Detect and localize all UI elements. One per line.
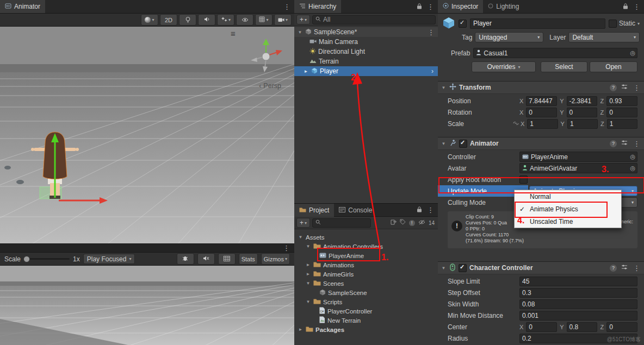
controller-object-field[interactable]: PlayerAnime ◎	[519, 152, 637, 162]
step-offset-field[interactable]: 0.3	[519, 288, 637, 298]
draw-mode-button[interactable]: ▾	[141, 14, 158, 26]
project-row-packages[interactable]: ► Packages	[294, 325, 438, 334]
select-button[interactable]: Select	[541, 61, 587, 72]
scale-slider-knob[interactable]	[23, 256, 30, 262]
hierarchy-search-input[interactable]: All	[312, 15, 436, 24]
hierarchy-scene-row[interactable]: ▼ SampleScene* ⋮	[294, 27, 438, 37]
character-controller-header[interactable]: ▼ Character Controller ? ⋮	[438, 261, 644, 274]
vsync-grid-button[interactable]	[218, 253, 236, 265]
foldout-icon[interactable]: ▼	[305, 281, 311, 286]
open-button[interactable]: Open	[590, 61, 637, 72]
project-row-animation-controllers[interactable]: ▼ Animation Controllers	[294, 242, 438, 251]
help-icon[interactable]: ?	[610, 265, 617, 272]
scene-camera-button[interactable]: ▾	[274, 14, 292, 26]
info-circle-icon[interactable]: !	[409, 220, 415, 226]
lock-icon[interactable]	[417, 3, 422, 11]
foldout-icon[interactable]: ▼	[305, 244, 311, 249]
rotation-z-field[interactable]: 0	[606, 108, 637, 117]
menu-item-unscaled-time[interactable]: Unscaled Time	[515, 215, 621, 228]
skin-width-field[interactable]: 0.08	[519, 299, 637, 309]
link-scale-icon[interactable]	[512, 121, 519, 127]
presets-icon[interactable]	[621, 264, 628, 272]
apply-root-motion-checkbox[interactable]	[519, 175, 528, 184]
foldout-icon[interactable]: ►	[298, 327, 304, 332]
animator-kebab-icon[interactable]: ⋮	[282, 3, 292, 10]
hidden-eye-icon[interactable]	[418, 219, 425, 227]
center-y-field[interactable]: 0.8	[567, 322, 598, 332]
hierarchy-item-directional-light[interactable]: Directional Light	[294, 47, 438, 57]
foldout-icon[interactable]: ▼	[441, 141, 447, 146]
help-icon[interactable]: ?	[610, 84, 617, 91]
overrides-button[interactable]: Overrides ▾	[472, 61, 536, 72]
slope-limit-field[interactable]: 45	[519, 277, 637, 286]
tab-hierarchy[interactable]: Hierarchy	[294, 0, 341, 13]
project-row-playeranime[interactable]: PlayerAnime	[294, 251, 438, 260]
scale-y-field[interactable]: 1	[567, 119, 598, 129]
gizmos-dropdown[interactable]: Gizmos▾	[261, 253, 290, 265]
player-character[interactable]	[22, 124, 114, 241]
foldout-icon[interactable]: ▼	[441, 85, 447, 90]
menu-item-animate-physics[interactable]: ✓ Animate Physics	[515, 203, 621, 215]
prefab-chevron-icon[interactable]: ›	[431, 67, 434, 75]
project-row-new-terrain[interactable]: New Terrain	[294, 316, 438, 325]
debug-bug-button[interactable]	[177, 253, 194, 265]
active-checkbox[interactable]	[459, 20, 467, 28]
character-controller-enabled-checkbox[interactable]	[459, 264, 467, 272]
project-row-playercontroller[interactable]: C# PlayerController	[294, 306, 438, 316]
center-x-field[interactable]: 0	[526, 322, 557, 332]
foldout-icon[interactable]: ►	[305, 272, 311, 277]
foldout-icon[interactable]: ▼	[441, 266, 447, 271]
position-x-field[interactable]: 7.84447	[526, 96, 557, 106]
tab-animator[interactable]: Animator	[0, 0, 45, 13]
scene-visibility-button[interactable]	[236, 14, 253, 26]
object-picker-icon[interactable]: ◎	[630, 49, 635, 57]
scene-viewport[interactable]: ≡	[0, 27, 294, 244]
position-y-field[interactable]: -2.3841	[567, 96, 598, 106]
scene-audio-button[interactable]	[198, 14, 215, 26]
hierarchy-item-main-camera[interactable]: Main Camera	[294, 37, 438, 47]
min-move-distance-field[interactable]: 0.001	[519, 311, 637, 321]
object-picker-icon[interactable]: ◎	[630, 153, 635, 160]
hierarchy-kebab-icon[interactable]: ⋮	[426, 3, 435, 10]
scene-grid-button[interactable]: ▾	[255, 14, 273, 26]
2d-toggle-button[interactable]: 2D	[160, 14, 177, 26]
static-dropdown-icon[interactable]: ▾	[637, 21, 640, 26]
project-row-animations[interactable]: ► Animations	[294, 260, 438, 269]
foldout-icon[interactable]: ▼	[298, 235, 304, 240]
hierarchy-item-player[interactable]: ► Player ›	[294, 66, 438, 76]
project-search-input[interactable]	[312, 218, 371, 228]
position-z-field[interactable]: 0.93	[606, 96, 637, 106]
component-kebab-icon[interactable]: ⋮	[632, 265, 641, 272]
game-viewport[interactable]	[0, 266, 294, 345]
prefab-object-field[interactable]: Casual1 ◎	[473, 48, 637, 58]
tab-console[interactable]: Console	[334, 204, 377, 217]
presets-icon[interactable]	[621, 140, 628, 147]
project-row-assets[interactable]: ▼ Assets	[294, 233, 438, 242]
play-focused-dropdown[interactable]: Play Focused ▾	[83, 254, 135, 264]
center-z-field[interactable]: 0	[606, 322, 637, 332]
avatar-object-field[interactable]: AnimeGirlAvatar ◎	[519, 163, 637, 173]
scale-slider[interactable]	[24, 258, 70, 260]
static-checkbox[interactable]	[609, 20, 617, 28]
lock-icon[interactable]	[417, 206, 422, 214]
component-kebab-icon[interactable]: ⋮	[632, 140, 641, 147]
scale-x-field[interactable]: 1	[527, 119, 558, 129]
project-kebab-icon[interactable]: ⋮	[426, 206, 435, 214]
foldout-icon[interactable]: ▼	[305, 299, 311, 304]
foldout-icon[interactable]: ▼	[297, 30, 303, 35]
open-asset-icon[interactable]	[391, 219, 397, 227]
tab-project[interactable]: Project	[294, 204, 334, 217]
project-row-scripts[interactable]: ▼ Scripts	[294, 297, 438, 306]
hierarchy-item-terrain[interactable]: Terrain	[294, 57, 438, 66]
tab-lighting[interactable]: Lighting	[483, 0, 524, 13]
scene-effects-button[interactable]: ▾	[217, 14, 234, 26]
presets-icon[interactable]	[621, 84, 628, 91]
scale-z-field[interactable]: 1	[607, 119, 637, 129]
menu-item-normal[interactable]: Normal	[515, 190, 621, 203]
project-row-animegirls[interactable]: ► AnimeGirls	[294, 269, 438, 279]
rotation-y-field[interactable]: 0	[567, 108, 598, 117]
help-icon[interactable]: ?	[610, 140, 617, 147]
project-create-button[interactable]: +▾	[296, 218, 310, 228]
mute-audio-button[interactable]	[197, 253, 215, 265]
animator-enabled-checkbox[interactable]	[459, 140, 467, 148]
